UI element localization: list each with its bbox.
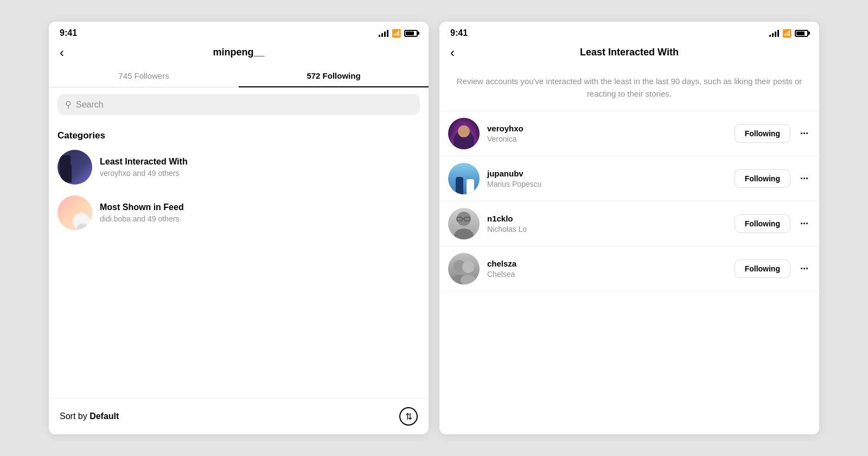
sort-bar: Sort by Default ⇅ bbox=[49, 398, 429, 434]
following-button-chelsza[interactable]: Following bbox=[735, 259, 790, 278]
following-button-jupanubv[interactable]: Following bbox=[735, 169, 790, 188]
user-name-jupanubv: Marius Popescu bbox=[487, 180, 727, 188]
avatar-chelsza bbox=[448, 253, 480, 284]
category-name-2: Most Shown in Feed bbox=[100, 202, 420, 212]
status-bar: 9:41 📶 bbox=[49, 22, 429, 42]
battery-icon bbox=[404, 30, 418, 37]
tab-following[interactable]: 572 Following bbox=[239, 65, 429, 87]
tabs-container: 745 Followers 572 Following bbox=[49, 65, 429, 87]
avatar-n1cklo bbox=[448, 208, 480, 239]
user-handle-n1cklo: n1cklo bbox=[487, 214, 727, 223]
user-info-chelsza: chelsza Chelsea bbox=[487, 259, 727, 278]
category-item-least-interacted[interactable]: Least Interacted With veroyhxo and 49 ot… bbox=[58, 150, 420, 185]
category-name-1: Least Interacted With bbox=[100, 157, 420, 167]
category-info-2: Most Shown in Feed didi.boba and 49 othe… bbox=[100, 202, 420, 223]
sort-value: Default bbox=[90, 411, 119, 421]
sort-label: Sort by Default bbox=[60, 411, 119, 421]
category-info-1: Least Interacted With veroyhxo and 49 ot… bbox=[100, 157, 420, 178]
user-list: veroyhxo Veronica Following ··· jupanubv… bbox=[439, 111, 819, 434]
svg-point-1 bbox=[454, 229, 474, 239]
more-button-n1cklo[interactable]: ··· bbox=[798, 218, 810, 230]
wifi-icon-2: 📶 bbox=[782, 29, 792, 37]
user-name-n1cklo: Nicholas Lo bbox=[487, 225, 727, 233]
screen-following: 9:41 📶 ‹ minpeng__ 745 Foll bbox=[49, 22, 429, 434]
user-info-veroyhxo: veroyhxo Veronica bbox=[487, 124, 727, 143]
categories-title: Categories bbox=[58, 130, 420, 141]
user-item-veroyhxo: veroyhxo Veronica Following ··· bbox=[439, 111, 819, 156]
status-bar-2: 9:41 📶 bbox=[439, 22, 819, 42]
category-thumb-2 bbox=[58, 195, 92, 230]
category-thumb-1 bbox=[58, 150, 92, 185]
search-container: ⚲ Search bbox=[49, 87, 429, 122]
back-button[interactable]: ‹ bbox=[60, 46, 64, 59]
avatar-jupanubv bbox=[448, 163, 480, 194]
user-name-chelsza: Chelsea bbox=[487, 270, 727, 278]
category-subtitle-2: didi.boba and 49 others bbox=[100, 214, 420, 223]
status-icons-2: 📶 bbox=[769, 29, 808, 37]
avatar-veroyhxo bbox=[448, 118, 480, 149]
nav-header: ‹ minpeng__ bbox=[49, 42, 429, 65]
user-info-n1cklo: n1cklo Nicholas Lo bbox=[487, 214, 727, 233]
description-text: Review accounts you've interacted with t… bbox=[439, 65, 819, 111]
tab-followers[interactable]: 745 Followers bbox=[49, 65, 239, 87]
more-button-chelsza[interactable]: ··· bbox=[798, 263, 810, 275]
back-button-2[interactable]: ‹ bbox=[450, 46, 455, 59]
category-subtitle-1: veroyhxo and 49 others bbox=[100, 169, 420, 178]
category-item-most-shown[interactable]: Most Shown in Feed didi.boba and 49 othe… bbox=[58, 195, 420, 230]
user-item-n1cklo: n1cklo Nicholas Lo Following ··· bbox=[439, 201, 819, 246]
user-item-jupanubv: jupanubv Marius Popescu Following ··· bbox=[439, 156, 819, 201]
status-time-2: 9:41 bbox=[450, 28, 468, 38]
user-handle-chelsza: chelsza bbox=[487, 259, 727, 268]
following-button-n1cklo[interactable]: Following bbox=[735, 214, 790, 233]
search-input[interactable]: Search bbox=[76, 100, 104, 110]
search-box[interactable]: ⚲ Search bbox=[58, 94, 420, 115]
user-info-jupanubv: jupanubv Marius Popescu bbox=[487, 169, 727, 188]
wifi-icon: 📶 bbox=[392, 29, 401, 37]
user-item-chelsza: chelsza Chelsea Following ··· bbox=[439, 246, 819, 292]
page-title: minpeng__ bbox=[213, 47, 264, 58]
more-button-veroyhxo[interactable]: ··· bbox=[798, 128, 810, 140]
signal-icon bbox=[379, 29, 388, 37]
categories-section: Categories Least Interacted With veroyhx… bbox=[49, 122, 429, 398]
battery-icon-2 bbox=[795, 30, 808, 37]
following-button-veroyhxo[interactable]: Following bbox=[735, 124, 790, 143]
user-handle-veroyhxo: veroyhxo bbox=[487, 124, 727, 133]
sort-icon-button[interactable]: ⇅ bbox=[399, 407, 418, 426]
status-time: 9:41 bbox=[60, 28, 77, 38]
user-name-veroyhxo: Veronica bbox=[487, 135, 727, 143]
status-icons: 📶 bbox=[379, 29, 418, 37]
signal-icon-2 bbox=[769, 29, 779, 37]
page-title-2: Least Interacted With bbox=[580, 47, 679, 58]
nav-header-2: ‹ Least Interacted With bbox=[439, 42, 819, 65]
user-handle-jupanubv: jupanubv bbox=[487, 169, 727, 178]
more-button-jupanubv[interactable]: ··· bbox=[798, 173, 810, 185]
svg-point-6 bbox=[462, 261, 474, 273]
screen-least-interacted: 9:41 📶 ‹ Least Interacted With Review ac… bbox=[439, 22, 819, 434]
search-icon: ⚲ bbox=[65, 99, 72, 110]
